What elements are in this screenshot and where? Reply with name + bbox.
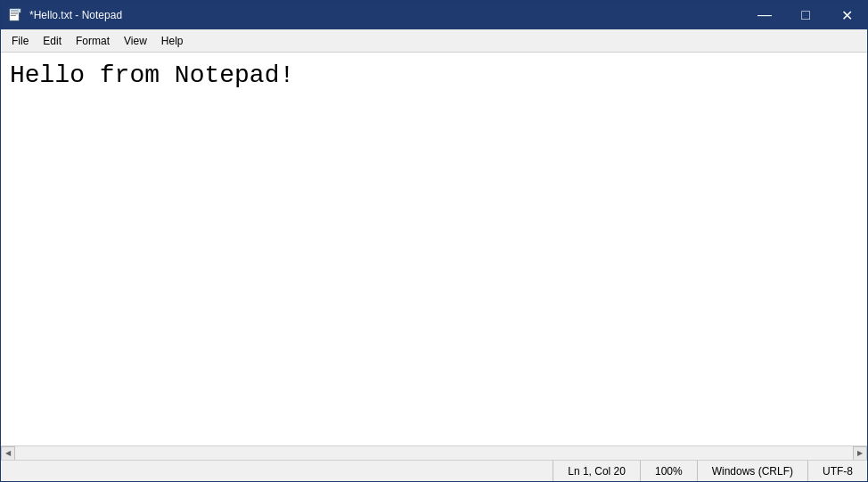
title-bar-left: *Hello.txt - Notepad	[8, 8, 122, 22]
title-bar: *Hello.txt - Notepad — □ ✕	[1, 1, 867, 29]
zoom-level: 100%	[640, 461, 697, 481]
status-bar: Ln 1, Col 20 100% Windows (CRLF) UTF-8	[1, 460, 867, 481]
scroll-track[interactable]	[15, 446, 853, 461]
menu-help[interactable]: Help	[154, 31, 191, 51]
window-title: *Hello.txt - Notepad	[29, 9, 122, 21]
menu-edit[interactable]: Edit	[36, 31, 69, 51]
text-editor[interactable]: Hello from Notepad!	[1, 53, 867, 445]
maximize-button[interactable]: □	[785, 1, 826, 29]
horizontal-scrollbar: ◀ ▶	[1, 445, 867, 460]
menu-bar: File Edit Format View Help	[1, 29, 867, 53]
app-icon	[8, 8, 22, 22]
close-button[interactable]: ✕	[826, 1, 867, 29]
menu-file[interactable]: File	[4, 31, 36, 51]
line-ending: Windows (CRLF)	[697, 461, 807, 481]
svg-rect-4	[11, 15, 16, 16]
cursor-position: Ln 1, Col 20	[553, 461, 640, 481]
minimize-button[interactable]: —	[744, 1, 785, 29]
editor-container: Hello from Notepad!	[1, 53, 867, 445]
svg-rect-3	[11, 13, 18, 14]
scroll-right-button[interactable]: ▶	[853, 446, 867, 461]
notepad-window: *Hello.txt - Notepad — □ ✕ File Edit For…	[0, 0, 868, 482]
scroll-left-button[interactable]: ◀	[1, 446, 15, 461]
svg-rect-1	[11, 10, 18, 11]
encoding: UTF-8	[807, 461, 867, 481]
menu-view[interactable]: View	[117, 31, 154, 51]
svg-rect-5	[18, 9, 20, 12]
window-controls: — □ ✕	[744, 1, 867, 29]
svg-rect-2	[11, 12, 18, 12]
menu-format[interactable]: Format	[69, 31, 117, 51]
